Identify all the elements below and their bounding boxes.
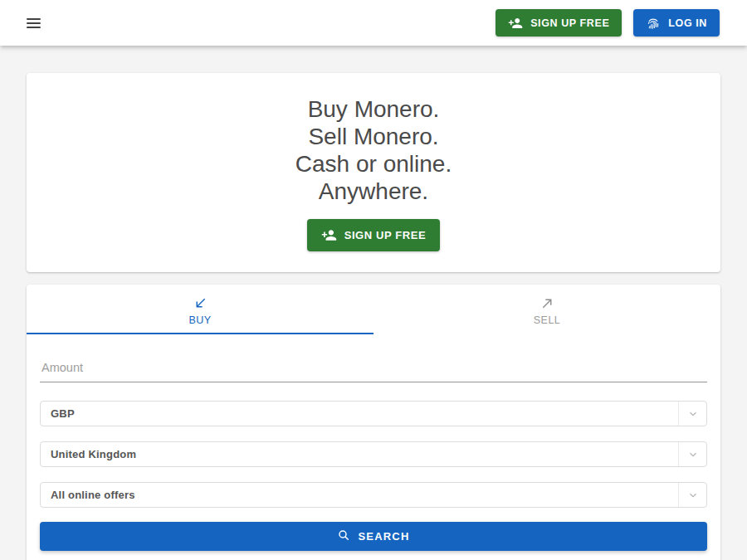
buy-sell-tabs: BUY SELL	[27, 285, 720, 334]
tab-sell-label: SELL	[534, 314, 561, 326]
country-select[interactable]: United Kingdom	[40, 441, 707, 467]
fingerprint-icon	[646, 16, 661, 31]
hero-line-3: Cash or online.	[27, 150, 720, 178]
hero-line-1: Buy Monero.	[27, 95, 720, 123]
signup-free-label: SIGN UP FREE	[530, 17, 609, 29]
currency-select[interactable]: GBP	[40, 401, 707, 426]
person-add-icon	[508, 16, 523, 31]
offer-type-select[interactable]: All online offers	[40, 482, 707, 508]
chevron-down-icon	[678, 483, 706, 507]
arrow-down-left-icon	[193, 296, 208, 310]
arrow-up-right-icon	[540, 296, 554, 310]
offer-type-select-value: All online offers	[41, 489, 678, 501]
login-label: LOG IN	[668, 17, 707, 29]
tab-sell[interactable]: SELL	[374, 285, 720, 334]
hamburger-menu-icon[interactable]	[27, 16, 41, 31]
hero-line-4: Anywhere.	[27, 178, 720, 205]
signup-free-button[interactable]: SIGN UP FREE	[496, 9, 622, 37]
search-button-label: SEARCH	[358, 530, 409, 543]
login-button[interactable]: LOG IN	[633, 9, 720, 37]
chevron-down-icon	[678, 442, 706, 466]
currency-select-value: GBP	[41, 407, 678, 420]
trade-widget-card: BUY SELL GBP United Kingdom	[27, 285, 720, 560]
trade-form: GBP United Kingdom All online offers	[27, 334, 720, 551]
app-bar: SIGN UP FREE LOG IN	[0, 0, 747, 46]
person-add-icon	[321, 227, 337, 243]
hero-heading: Buy Monero. Sell Monero. Cash or online.…	[27, 95, 720, 205]
tab-buy[interactable]: BUY	[27, 285, 374, 334]
search-button[interactable]: SEARCH	[40, 522, 707, 551]
hero-signup-label: SIGN UP FREE	[344, 229, 427, 241]
search-icon	[337, 528, 350, 544]
amount-input[interactable]	[40, 358, 707, 382]
tab-buy-label: BUY	[188, 314, 211, 326]
hero-line-2: Sell Monero.	[27, 123, 720, 150]
hero-card: Buy Monero. Sell Monero. Cash or online.…	[27, 73, 720, 272]
chevron-down-icon	[678, 402, 706, 426]
country-select-value: United Kingdom	[41, 448, 678, 460]
hero-signup-button[interactable]: SIGN UP FREE	[307, 219, 441, 251]
